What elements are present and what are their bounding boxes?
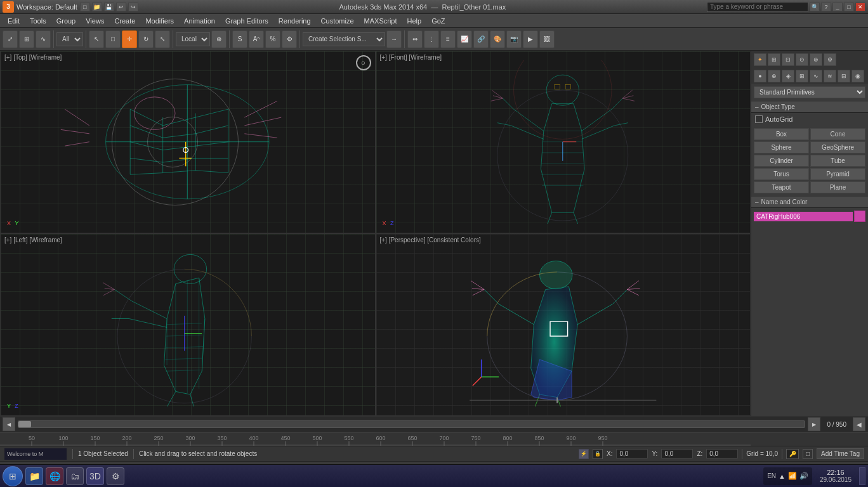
panel-sub-tab-2[interactable]: ⊕ (768, 70, 780, 82)
render-frame-btn[interactable]: 🖼 (539, 30, 555, 48)
color-swatch[interactable] (854, 211, 865, 222)
menu-customize[interactable]: Customize (316, 16, 359, 26)
panel-sub-tab-4[interactable]: ⊞ (796, 70, 808, 82)
menu-graph-editors[interactable]: Graph Editors (220, 16, 273, 26)
menu-goz[interactable]: GoZ (426, 16, 450, 26)
select-region-tool[interactable]: ⊞ (19, 30, 34, 48)
align-btn[interactable]: ⋮ (424, 30, 439, 48)
mirror-btn[interactable]: ⇔ (407, 30, 423, 48)
schematic-btn[interactable]: 🔗 (473, 30, 489, 48)
panel-sub-tab-7[interactable]: ⊟ (838, 70, 850, 82)
angle-snap[interactable]: Aⁿ (249, 30, 264, 48)
panel-tab-display[interactable]: ⊚ (810, 53, 822, 66)
minimize-button[interactable]: _ (832, 3, 843, 11)
menu-group[interactable]: Group (51, 16, 81, 26)
menu-animation[interactable]: Animation (179, 16, 220, 26)
menu-create[interactable]: Create (109, 16, 140, 26)
search-input[interactable] (707, 2, 808, 12)
lock-icon[interactable]: 🔒 (593, 449, 603, 459)
timeline-ruler[interactable]: 50 100 150 200 250 300 350 400 450 500 5… (0, 432, 868, 446)
named-sel-btn[interactable]: → (386, 30, 402, 48)
material-btn[interactable]: 🎨 (490, 30, 505, 48)
tube-btn[interactable]: Tube (810, 155, 865, 167)
redo-icon[interactable]: ↪ (128, 3, 138, 11)
viewport-icon[interactable]: □ (803, 449, 813, 459)
scale-btn[interactable]: ⤡ (155, 30, 170, 48)
torus-btn[interactable]: Torus (754, 168, 809, 180)
panel-sub-tab-6[interactable]: ≋ (824, 70, 836, 82)
layer-btn[interactable]: ≡ (440, 30, 456, 48)
panel-tab-create[interactable]: ✦ (754, 53, 766, 66)
frame-back-btn[interactable]: ◀ (853, 417, 865, 431)
other-btn[interactable]: ⚙ (107, 467, 124, 485)
menu-modifiers[interactable]: Modifiers (140, 16, 179, 26)
viewport-left[interactable]: [+] [Left] [Wireframe] (0, 233, 376, 416)
y-coord-input[interactable] (661, 449, 693, 458)
render-btn[interactable]: ▶ (523, 30, 538, 48)
add-time-tag-btn[interactable]: Add Time Tag (817, 448, 864, 459)
lasso-tool[interactable]: ∿ (36, 30, 51, 48)
snap-icon[interactable]: ⚡ (579, 449, 589, 459)
select-btn[interactable]: ↖ (89, 30, 104, 48)
named-selection-select[interactable]: Create Selection S... (303, 32, 385, 46)
pyramid-btn[interactable]: Pyramid (810, 168, 865, 180)
panel-tab-motion[interactable]: ⊙ (796, 53, 808, 66)
x-coord-input[interactable] (616, 449, 648, 458)
filter-select[interactable]: All (56, 32, 83, 46)
z-coord-input[interactable] (706, 449, 738, 458)
menu-views[interactable]: Views (81, 16, 109, 26)
panel-tab-modify[interactable]: ⊞ (768, 53, 780, 66)
sphere-btn[interactable]: Sphere (754, 141, 809, 153)
max-taskbar-btn[interactable]: 3D (86, 467, 104, 485)
start-btn[interactable]: ⊞ (3, 466, 23, 486)
panel-sub-tab-1[interactable]: ● (754, 70, 766, 82)
menu-tools[interactable]: Tools (25, 16, 51, 26)
open-icon[interactable]: 📁 (92, 3, 102, 11)
explorer-btn[interactable]: 📁 (25, 467, 43, 485)
primitive-type-select[interactable]: Standard Primitives (754, 86, 865, 98)
plane-btn[interactable]: Plane (810, 181, 865, 193)
panel-sub-tab-8[interactable]: ◉ (852, 70, 864, 82)
panel-tab-hierarchy[interactable]: ⊡ (782, 53, 794, 66)
timeline-scrollbar[interactable] (18, 420, 805, 428)
spinner-snap[interactable]: ⚙ (282, 30, 297, 48)
undo-icon[interactable]: ↩ (116, 3, 126, 11)
geosphere-btn[interactable]: GeoSphere (810, 141, 865, 153)
select-region-btn[interactable]: □ (105, 30, 121, 48)
coord-system-select[interactable]: Local (176, 32, 210, 46)
viewport-top[interactable]: [+] [Top] [Wireframe] ⊙ (0, 51, 376, 233)
maximize-button[interactable]: □ (844, 3, 854, 11)
panel-tab-utilities[interactable]: ⚙ (824, 53, 836, 66)
files-btn[interactable]: 🗂 (66, 467, 84, 485)
new-icon[interactable]: □ (80, 3, 90, 11)
object-name-input[interactable] (754, 212, 853, 221)
render-setup-btn[interactable]: 📷 (506, 30, 522, 48)
viewport-front[interactable]: [+] [Front] [Wireframe] (376, 51, 751, 233)
percent-snap[interactable]: % (265, 30, 280, 48)
move-btn[interactable]: ✛ (122, 30, 137, 48)
cone-btn[interactable]: Cone (810, 128, 865, 140)
timeline-thumb[interactable] (18, 421, 31, 427)
menu-help[interactable]: Help (402, 16, 427, 26)
menu-edit[interactable]: Edit (3, 16, 25, 26)
menu-rendering[interactable]: Rendering (273, 16, 316, 26)
coord-center-btn[interactable]: ⊕ (211, 30, 227, 48)
chrome-btn[interactable]: 🌐 (46, 467, 63, 485)
curve-editor-btn[interactable]: 📈 (457, 30, 472, 48)
scroll-left-btn[interactable]: ◀ (3, 417, 15, 431)
menu-maxscript[interactable]: MAXScript (359, 16, 402, 26)
save-icon[interactable]: 💾 (104, 3, 114, 11)
viewport-perspective[interactable]: [+] [Perspective] [Consistent Colors] (376, 233, 751, 416)
show-desktop-btn[interactable] (859, 467, 865, 485)
select-tool[interactable]: ⤢ (3, 30, 18, 48)
collapse-name-color[interactable]: – (755, 198, 759, 205)
panel-sub-tab-5[interactable]: ∿ (810, 70, 822, 82)
box-btn[interactable]: Box (754, 128, 809, 140)
clock[interactable]: 22:16 29.06.2015 (816, 469, 855, 483)
cylinder-btn[interactable]: Cylinder (754, 155, 809, 167)
timeline-scroll[interactable]: ◀ ▶ 0 / 950 ◀ (0, 417, 868, 432)
rotate-btn[interactable]: ↻ (138, 30, 154, 48)
close-button[interactable]: ✕ (855, 3, 865, 11)
search-icon[interactable]: 🔍 (810, 3, 820, 11)
scroll-right-btn[interactable]: ▶ (808, 417, 820, 431)
